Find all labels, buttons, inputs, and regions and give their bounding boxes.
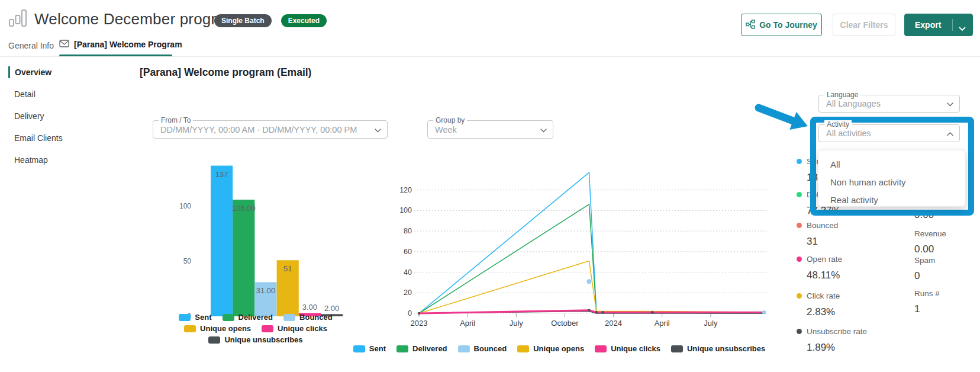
- legend-label: Sent: [195, 313, 211, 322]
- legend-item-sent[interactable]: Sent: [353, 344, 386, 353]
- bar-delivered[interactable]: [233, 200, 254, 316]
- badge-group: Single BatchExecuted: [214, 14, 327, 27]
- journey-flow-icon: [746, 20, 755, 31]
- sidebar-item-heatmap[interactable]: Heatmap: [8, 154, 109, 166]
- legend-chip: [262, 325, 273, 332]
- line-unique-opens[interactable]: [419, 261, 764, 313]
- clear-filters-button[interactable]: Clear Filters: [833, 14, 895, 36]
- svg-text:60: 60: [404, 248, 412, 256]
- legend-chip: [595, 345, 607, 352]
- stat-dot-icon: [797, 159, 802, 164]
- stat-open-rate: Open rate48.11%: [797, 253, 842, 281]
- line-unique-clicks[interactable]: [419, 310, 764, 313]
- activity-option-real-activity[interactable]: Real activity: [818, 191, 965, 209]
- svg-text:50: 50: [183, 257, 192, 265]
- chevron-down-icon[interactable]: [375, 124, 381, 135]
- legend-item-unique-unsubscribes[interactable]: Unique unsubscribes: [208, 335, 302, 344]
- bar-chart-legend: SentDeliveredBouncedUnique opensUnique c…: [161, 312, 350, 345]
- legend-label: Delivered: [238, 313, 273, 322]
- chevron-down-icon[interactable]: [540, 124, 547, 135]
- legend-row: SentDeliveredBounced: [161, 312, 350, 323]
- chevron-down-icon[interactable]: [947, 98, 953, 109]
- legend-item-delivered[interactable]: Delivered: [223, 313, 273, 322]
- legend-label: Unique opens: [533, 344, 584, 353]
- stat-dot-icon: [797, 223, 802, 228]
- stat-bounced: Bounced31: [797, 219, 838, 248]
- stat-value: 0.00: [914, 209, 934, 221]
- svg-text:137: 137: [215, 170, 228, 179]
- tab-general-info-label: General Info: [8, 41, 54, 50]
- legend-row: Unique opensUnique clicks: [161, 323, 350, 334]
- sidebar-item-delivery[interactable]: Delivery: [8, 110, 109, 122]
- activity-field[interactable]: Activity All activities: [818, 124, 960, 142]
- legend-chip: [223, 314, 234, 321]
- legend-item-unique-opens[interactable]: Unique opens: [517, 344, 584, 353]
- chevron-down-icon[interactable]: [959, 24, 966, 33]
- stat-click-rate: Click rate2.83%: [797, 290, 840, 318]
- svg-text:0: 0: [408, 309, 412, 318]
- stat-value: 31: [807, 236, 838, 248]
- legend-item-delivered[interactable]: Delivered: [396, 344, 447, 353]
- svg-text:April: April: [460, 319, 475, 328]
- tab-parana-welcome-program-label: [Parana] Welcome Program: [74, 40, 182, 49]
- legend-item-sent[interactable]: Sent: [179, 313, 211, 322]
- stat-value: 48.11%: [807, 270, 842, 281]
- from-to-date-field[interactable]: From / To DD/MM/YYYY, 00:00 AM - DD/MM/Y…: [153, 120, 388, 139]
- go-to-journey-button[interactable]: Go To Journey: [741, 14, 822, 36]
- language-label: Language: [824, 91, 860, 99]
- stat-label-text: Bounced: [807, 221, 838, 230]
- legend-chip: [396, 345, 408, 352]
- stat-value: 0.00: [914, 243, 946, 255]
- export-divider: [952, 19, 953, 31]
- legend-label: Bounced: [474, 344, 507, 353]
- svg-text:October: October: [551, 319, 579, 328]
- bar-sent[interactable]: [211, 166, 233, 316]
- legend-item-unique-clicks[interactable]: Unique clicks: [262, 324, 327, 333]
- point-bounced[interactable]: [586, 279, 591, 284]
- sidebar-item-overview[interactable]: Overview: [8, 66, 109, 78]
- legend-label: Unique unsubscribes: [224, 335, 302, 344]
- legend-item-unique-clicks[interactable]: Unique clicks: [595, 344, 660, 353]
- activity-option-non-human-activity[interactable]: Non human activity: [818, 173, 965, 191]
- go-to-journey-label: Go To Journey: [759, 20, 817, 30]
- report-title: [Parana] Welcome program (Email): [140, 66, 311, 79]
- page-header-title: Welcome December program: [34, 10, 238, 28]
- stat-label: Click rate: [797, 290, 840, 302]
- stat-spam: Spam0: [914, 256, 935, 282]
- svg-text:120: 120: [399, 186, 412, 194]
- sidebar-item-detail[interactable]: Detail: [8, 88, 109, 100]
- legend-label: Bounced: [299, 313, 333, 322]
- tab-general-info[interactable]: General Info: [8, 41, 54, 50]
- chevron-up-icon[interactable]: [947, 128, 953, 139]
- language-field[interactable]: Language All Languages: [818, 95, 960, 113]
- stat-label: Open rate: [797, 253, 842, 265]
- legend-item-unique-unsubscribes[interactable]: Unique unsubscribes: [671, 344, 765, 353]
- svg-text:July: July: [510, 319, 524, 328]
- export-button[interactable]: Export: [904, 14, 973, 36]
- line-chart-legend: SentDeliveredBouncedUnique opensUnique c…: [385, 343, 734, 354]
- stat-dot-icon: [797, 256, 802, 262]
- sidebar-item-email-clients[interactable]: Email Clients: [8, 132, 109, 144]
- svg-text:100: 100: [399, 206, 412, 214]
- app-logo-barchart-icon: [8, 8, 28, 31]
- svg-text:2024: 2024: [605, 319, 622, 328]
- legend-label: Delivered: [412, 344, 447, 353]
- activity-dropdown-menu: AllNon human activityReal activity: [818, 150, 966, 207]
- legend-item-bounced[interactable]: Bounced: [458, 344, 507, 353]
- clear-filters-label: Clear Filters: [840, 20, 888, 30]
- activity-label: Activity: [824, 120, 852, 129]
- header-divider: [0, 56, 980, 57]
- activity-option-all[interactable]: All: [818, 155, 965, 173]
- legend-item-bounced[interactable]: Bounced: [283, 313, 333, 322]
- annotation-arrow-icon: [750, 100, 815, 135]
- group-by-field[interactable]: Group by Week: [427, 120, 553, 139]
- stat-label-text: Runs #: [914, 289, 940, 300]
- svg-text:April: April: [655, 319, 670, 328]
- legend-chip: [283, 314, 295, 321]
- legend-item-unique-opens[interactable]: Unique opens: [184, 324, 251, 333]
- from-to-label: From / To: [159, 116, 193, 124]
- tab-parana-welcome-program[interactable]: [Parana] Welcome Program: [59, 40, 182, 49]
- svg-text:July: July: [704, 319, 718, 328]
- bar-chart: 050100137106.0031.00513.002.00: [161, 148, 350, 323]
- stat-label: Unsubscribe rate: [797, 325, 867, 337]
